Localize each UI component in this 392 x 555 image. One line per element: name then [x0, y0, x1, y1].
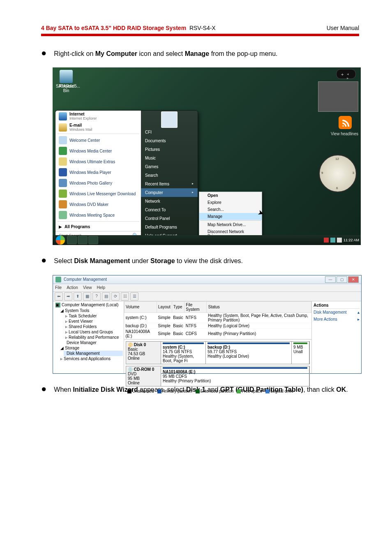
start-control-panel[interactable]: Control Panel [141, 214, 198, 223]
start-all-programs[interactable]: ▶All Programs [55, 222, 141, 231]
tree-reliability[interactable]: ▹Reliability and Performance [64, 335, 123, 340]
taskbar: 11:22 AM [53, 235, 361, 245]
partition-cdrom[interactable]: NA1014008A (E:) 95 MB CDFS Healthy (Prim… [161, 366, 309, 386]
start-photo-gallery[interactable]: Windows Photo Gallery [55, 178, 141, 188]
col-filesystem[interactable]: File System [184, 301, 207, 312]
minimize-button[interactable]: — [325, 276, 336, 283]
tray-volume-icon[interactable] [337, 238, 342, 243]
start-computer[interactable]: Computer [141, 188, 198, 197]
menu-help[interactable]: Help [97, 285, 105, 290]
table-row[interactable]: NA1014008A (E:)SimpleBasicCDFSHealthy (P… [125, 328, 311, 339]
maximize-button[interactable]: ▢ [337, 276, 347, 283]
start-music[interactable]: Music [141, 154, 198, 162]
actions-header: Actions [314, 302, 360, 309]
toolbar-btn[interactable]: ▦ [83, 292, 91, 301]
close-button[interactable]: ✕ [348, 276, 359, 283]
toolbar-up-icon[interactable]: ⬆ [74, 292, 82, 301]
sataraid-icon[interactable]: SATARaid5... [56, 70, 76, 88]
actions-pane: Actions Disk Management▴ More Actions▸ [312, 301, 361, 373]
tree-local-users[interactable]: ▹Local Users and Groups [64, 329, 123, 335]
menu-file[interactable]: File [55, 285, 62, 290]
context-open[interactable]: Open [199, 192, 262, 199]
start-search[interactable]: Search [141, 171, 198, 180]
gadget-slideshow[interactable] [318, 81, 358, 112]
start-games[interactable]: Games [141, 162, 198, 171]
start-user-name[interactable]: CFI [141, 128, 198, 136]
col-type[interactable]: Type [172, 301, 184, 312]
start-recent-items[interactable]: Recent Items [141, 180, 198, 188]
gadget-add-button[interactable]: +◂ ▸ [336, 69, 356, 79]
start-dvd-maker[interactable]: Windows DVD Maker [55, 199, 141, 210]
gadget-clock[interactable]: 12 3 6 9 [319, 155, 357, 192]
header-model: RSV-S4-X [188, 25, 216, 31]
start-media-center[interactable]: Windows Media Center [55, 146, 141, 156]
start-meeting-space[interactable]: Windows Meeting Space [55, 210, 141, 220]
start-welcome-center[interactable]: Welcome Center [55, 135, 141, 146]
tray-network-icon[interactable] [330, 238, 335, 243]
tree-storage[interactable]: ◢Storage [59, 345, 123, 351]
rss-icon[interactable] [339, 116, 352, 129]
tree-root[interactable]: ▣Computer Management (Local) [54, 302, 123, 308]
tree-system-tools[interactable]: ◢System Tools [59, 308, 123, 313]
toolbar-help-icon[interactable]: ? [92, 292, 101, 301]
tray-icon[interactable] [324, 238, 329, 243]
tree-shared-folders[interactable]: ▹Shared Folders [64, 324, 123, 329]
partition-system-c[interactable]: system (C:) 14.75 GB NTFS Healthy (Syste… [161, 342, 206, 364]
table-row[interactable]: backup (D:)SimpleBasicNTFSHealthy (Logic… [125, 323, 311, 328]
instruction-2: ● Select Disk Management under Storage t… [41, 255, 359, 267]
screenshot-computer-management: Computer Management — ▢ ✕ File Action Vi… [53, 275, 362, 374]
start-network[interactable]: Network [141, 197, 198, 206]
start-messenger[interactable]: Windows Live Messenger Download [55, 188, 141, 199]
start-connect-to[interactable]: Connect To [141, 206, 198, 214]
table-row[interactable]: system (C:)SimpleBasicNTFSHealthy (Syste… [125, 312, 311, 323]
taskbar-quicklaunch-3[interactable] [88, 236, 98, 244]
view-headlines-link[interactable]: View headlines [331, 132, 358, 136]
window-title: Computer Management [64, 277, 107, 282]
col-status[interactable]: Status [207, 301, 311, 312]
start-internet[interactable]: InternetInternet Explorer [55, 111, 141, 122]
toolbar-refresh-icon[interactable]: ⟳ [111, 292, 120, 301]
app-icon [55, 277, 61, 282]
window-titlebar: Computer Management — ▢ ✕ [53, 275, 361, 284]
toolbar-btn[interactable]: ☰ [130, 292, 138, 301]
volume-table: Volume Layout Type File System Status sy… [124, 301, 311, 339]
context-search[interactable]: Search... [199, 206, 262, 213]
partition-unallocated[interactable]: 9 MB Unall [292, 342, 309, 364]
col-volume[interactable]: Volume [125, 301, 157, 312]
cdrom-0-row[interactable]: 💿 CD-ROM 0 DVD 95 MB Online NA1014008A (… [126, 366, 310, 386]
tree-disk-management[interactable]: Disk Management [64, 351, 123, 356]
toolbar-btn[interactable]: ☷ [121, 292, 129, 301]
partition-backup-d[interactable]: backup (D:) 59.77 GB NTFS Healthy (Logic… [206, 342, 292, 364]
actions-disk-management[interactable]: Disk Management▴ [314, 309, 360, 316]
actions-more[interactable]: More Actions▸ [314, 316, 360, 323]
tray-clock[interactable]: 11:22 AM [344, 238, 359, 242]
start-documents[interactable]: Documents [141, 136, 198, 145]
start-orb[interactable] [54, 235, 67, 245]
tree-services[interactable]: ▹Services and Applications [59, 356, 123, 361]
tree-device-manager[interactable]: Device Manager [64, 340, 123, 345]
taskbar-quicklaunch-2[interactable] [78, 236, 88, 244]
col-layout[interactable]: Layout [157, 301, 172, 312]
sataraid-label: SATARaid5... [56, 84, 76, 88]
context-manage[interactable]: Manage [199, 213, 262, 220]
nav-tree: ▣Computer Management (Local) ◢System Too… [53, 301, 124, 373]
context-explore[interactable]: Explore [199, 199, 262, 206]
start-email[interactable]: E-mailWindows Mail [55, 122, 141, 133]
toolbar-back-icon[interactable]: ⬅ [55, 292, 63, 301]
start-media-player[interactable]: Windows Media Player [55, 167, 141, 178]
menu-action[interactable]: Action [67, 285, 78, 290]
tree-task-scheduler[interactable]: ▹Task Scheduler [64, 313, 123, 319]
instruction-1: ● Right-click on My Computer icon and se… [41, 48, 359, 60]
start-ultimate-extras[interactable]: Windows Ultimate Extras [55, 156, 141, 167]
header-right: User Manual [327, 25, 359, 31]
start-default-programs[interactable]: Default Programs [141, 223, 198, 231]
toolbar-forward-icon[interactable]: ➡ [64, 292, 72, 301]
context-map-drive[interactable]: Map Network Drive... [199, 221, 262, 228]
start-pictures[interactable]: Pictures [141, 145, 198, 154]
start-user-picture[interactable] [141, 111, 198, 128]
tree-event-viewer[interactable]: ▹Event Viewer [64, 319, 123, 324]
disk-0-row[interactable]: 📀 Disk 0 Basic 74.53 GB Online system (C… [126, 341, 310, 364]
toolbar-btn[interactable]: ▤ [102, 292, 110, 301]
taskbar-quicklaunch-1[interactable] [67, 236, 77, 244]
menu-view[interactable]: View [83, 285, 92, 290]
